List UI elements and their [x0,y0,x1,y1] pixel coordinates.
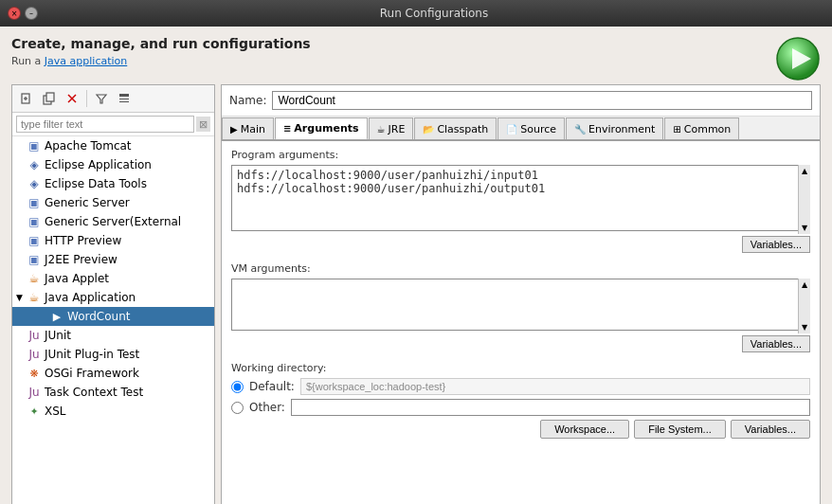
workspace-button[interactable]: Workspace... [540,420,629,439]
program-args-section: Program arguments: hdfs://localhost:9000… [231,149,810,253]
scroll-down-arrow[interactable]: ▼ [802,224,807,232]
tree-item-j2ee-preview[interactable]: ▣ J2EE Preview [12,250,214,269]
task-icon: Ju [27,385,42,400]
java-app-icon: ☕ [27,290,42,305]
tree-item-task-context-test[interactable]: Ju Task Context Test [12,383,214,402]
junit-icon: Ju [27,328,42,343]
default-radio-row: Default: [231,378,810,395]
window-controls[interactable]: × – [8,7,38,20]
java-app-link[interactable]: Java application [45,55,127,67]
junit-plugin-icon: Ju [27,347,42,362]
name-row: Name: [222,85,820,117]
left-toolbar [12,85,214,113]
other-dir-input[interactable] [291,399,810,416]
variables-button-2[interactable]: Variables... [742,335,810,352]
name-label: Name: [229,94,266,107]
svg-rect-11 [119,99,129,99]
other-radio[interactable] [231,402,244,414]
j2ee-icon: ▣ [27,252,42,267]
main-content: Create, manage, and run configurations R… [0,27,832,504]
osgi-icon: ❋ [27,366,42,381]
server-icon: ▣ [27,138,42,153]
tabs-row: ▶ Main ≡ Arguments ☕ JRE 📂 Classpath 📄 [222,117,820,141]
close-button[interactable]: × [8,7,21,20]
tree-area: ▣ Apache Tomcat ◈ Eclipse Application ◈ … [12,136,214,504]
toolbar-separator [86,90,87,107]
svg-rect-6 [46,93,54,101]
name-input[interactable] [272,91,812,110]
layout: ⊠ ▣ Apache Tomcat ◈ Eclipse Application … [11,84,821,504]
generic-server-ext-icon: ▣ [27,214,42,229]
tree-item-java-application[interactable]: ▼ ☕ Java Application [12,288,214,307]
http-icon: ▣ [27,233,42,248]
tree-item-generic-server[interactable]: ▣ Generic Server [12,193,214,212]
other-radio-label: Other: [249,401,285,414]
vm-scroll-down-arrow[interactable]: ▼ [802,323,807,332]
common-tab-icon: ⊞ [673,124,680,135]
variables-btn2-row: Variables... [231,333,810,352]
tab-main[interactable]: ▶ Main [222,117,274,140]
program-args-label: Program arguments: [231,149,810,161]
vm-args-section: VM arguments: ▲ ▼ Variables... [231,262,810,352]
tab-common[interactable]: ⊞ Common [664,117,739,140]
tree-item-xsl[interactable]: ✦ XSL [12,402,214,421]
dialog-subtitle: Run a Java application [11,55,311,67]
wordcount-icon: ▶ [49,309,64,324]
new-config-button[interactable] [16,88,37,109]
eclipse-icon: ◈ [27,157,42,172]
tree-item-osgi[interactable]: ❋ OSGi Framework [12,364,214,383]
variables-btn1-row: Variables... [231,234,810,253]
collapse-button[interactable] [114,88,135,109]
generic-server-icon: ▣ [27,195,42,210]
filter-box: ⊠ [12,113,214,136]
left-panel: ⊠ ▣ Apache Tomcat ◈ Eclipse Application … [11,84,215,504]
minimize-button[interactable]: – [25,7,38,20]
tab-source[interactable]: 📄 Source [497,117,565,140]
tree-item-wordcount[interactable]: ▶ WordCount [12,307,214,326]
filter-input[interactable] [16,116,194,133]
classpath-tab-icon: 📂 [423,124,434,135]
program-args-input[interactable]: hdfs://localhost:9000/user/panhuizhi/inp… [231,165,810,231]
svg-marker-9 [97,95,106,103]
xsl-icon: ✦ [27,404,42,419]
scroll-up-arrow[interactable]: ▲ [802,167,807,175]
tree-item-generic-server-external[interactable]: ▣ Generic Server(External [12,212,214,231]
tree-item-junit[interactable]: Ju JUnit [12,326,214,345]
default-radio[interactable] [231,381,244,393]
run-button[interactable] [775,36,821,84]
tab-classpath[interactable]: 📂 Classpath [414,117,497,140]
source-tab-icon: 📄 [506,124,517,135]
tree-item-junit-plugin[interactable]: Ju JUnit Plug-in Test [12,345,214,364]
tree-item-http-preview[interactable]: ▣ HTTP Preview [12,231,214,250]
variables-button-3[interactable]: Variables... [731,420,810,439]
tab-jre[interactable]: ☕ JRE [369,117,414,140]
tab-environment[interactable]: 🔧 Environment [566,117,663,140]
svg-rect-12 [119,101,129,102]
delete-config-button[interactable] [62,88,82,109]
variables-button-1[interactable]: Variables... [742,236,810,253]
tab-arguments[interactable]: ≡ Arguments [275,117,368,140]
vm-scroll-up-arrow[interactable]: ▲ [802,280,807,289]
filter-clear-button[interactable]: ⊠ [196,117,210,132]
args-tab-icon: ≡ [283,123,291,134]
svg-rect-10 [119,94,129,97]
eclipse-data-icon: ◈ [27,176,42,191]
jre-tab-icon: ☕ [377,124,386,135]
copy-config-button[interactable] [39,88,60,109]
tree-item-eclipse-application[interactable]: ◈ Eclipse Application [12,155,214,174]
working-dir-section: Working directory: Default: Other: Works… [231,362,810,439]
java-applet-icon: ☕ [27,271,42,286]
window-title: Run Configurations [44,7,824,20]
filter-button[interactable] [91,88,112,109]
vm-args-input[interactable] [231,279,810,331]
env-tab-icon: 🔧 [574,124,586,135]
tree-item-eclipse-data-tools[interactable]: ◈ Eclipse Data Tools [12,174,214,193]
tree-item-java-applet[interactable]: ☕ Java Applet [12,269,214,288]
tree-item-apache-tomcat[interactable]: ▣ Apache Tomcat [12,136,214,155]
default-dir-input [300,378,810,395]
title-bar: × – Run Configurations [0,0,832,27]
filesystem-button[interactable]: File System... [634,420,726,439]
right-panel: Name: ▶ Main ≡ Arguments ☕ JRE 📂 [221,84,821,504]
working-dir-label: Working directory: [231,362,810,374]
dialog-title: Create, manage, and run configurations [11,36,311,51]
